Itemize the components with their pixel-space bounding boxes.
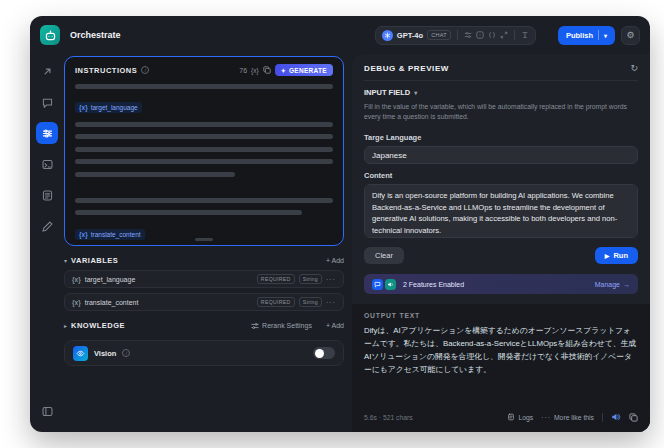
publish-label: Publish [566,31,593,40]
required-badge: REQUIRED [257,274,295,284]
rerank-settings-button[interactable]: Rerank Settings [251,322,312,330]
type-badge: String [299,274,322,284]
top-bar: Orchestrate GPT-4o CHAT Publish ▾ ⚙ [30,16,650,54]
feature-speech-icon [385,279,396,290]
type-badge: String [299,297,322,307]
knowledge-section: ▸ KNOWLEDGE Rerank Settings + Add [64,321,344,330]
nav-orchestrate-icon[interactable] [36,122,58,144]
manage-features-button[interactable]: Manage → [595,281,630,288]
target-language-input[interactable] [364,146,638,164]
model-provider-icon [382,30,393,41]
prompt-skeleton-line [75,172,235,177]
play-icon: ▶ [605,252,610,259]
nav-api-icon[interactable] [36,153,58,175]
model-name: GPT-4o [397,31,423,40]
info-icon: i [122,349,130,357]
output-title: OUTPUT TEXT [364,312,638,319]
chevron-down-icon[interactable]: ▾ [64,257,67,264]
input-field-description: Fill in the value of the variable, which… [364,102,638,122]
dots-icon: ··· [541,414,551,421]
field-label-target-language: Targe Language [364,133,638,142]
vision-row: Vision i [64,340,344,366]
debug-preview-panel: DEBUG & PREVIEW ↻ INPUT FIELD ▾ Fill in … [352,54,650,432]
variable-icon: {x} [79,104,88,111]
settings-button[interactable]: ⚙ [621,26,640,45]
copy-icon[interactable] [263,66,271,74]
variables-title: VARIABLES [71,256,118,265]
run-button[interactable]: ▶ Run [595,247,638,264]
prompt-skeleton-line [75,210,302,215]
knowledge-title: KNOWLEDGE [71,321,125,330]
prompt-skeleton-line [75,134,333,139]
field-label-content: Content [364,171,638,180]
variable-icon: {x} [72,276,81,283]
dice-icon[interactable] [476,31,484,39]
nav-overview-icon[interactable] [36,60,58,82]
nav-chat-icon[interactable] [36,91,58,113]
brackets-icon[interactable] [488,31,496,39]
row-menu-icon[interactable]: ··· [326,299,336,306]
row-menu-icon[interactable]: ··· [326,276,336,283]
refresh-icon[interactable]: ↻ [630,63,638,73]
add-variable-button[interactable]: + Add [326,257,344,264]
copy-output-icon[interactable] [629,413,638,422]
arrow-right-icon: → [623,281,630,288]
add-knowledge-button[interactable]: + Add [326,322,344,329]
sparkle-icon: ✦ [281,67,286,74]
prompt-skeleton-line [75,84,333,89]
output-text: Difyは、AIアプリケーションを構築するためのオープンソースプラットフォームで… [364,325,638,376]
vision-toggle[interactable] [313,347,335,359]
speaker-icon[interactable] [611,412,621,422]
prompt-skeleton-line [75,159,333,164]
balance-icon[interactable] [521,31,529,39]
generate-button[interactable]: ✦ GENERATE [275,64,333,76]
resize-handle[interactable] [195,238,213,241]
feature-opener-icon [372,279,383,290]
chevron-right-icon[interactable]: ▸ [64,322,67,329]
variable-chip-target-language[interactable]: {x} target_language [75,102,142,113]
left-nav-rail [30,54,64,432]
sliders-icon[interactable] [464,31,472,39]
instructions-editor[interactable]: INSTRUCTIONS i 76 {x} ✦ GENERATE {x} tar [64,56,344,246]
gear-icon: ⚙ [626,30,634,40]
token-count: 76 [239,67,247,74]
variable-icon: {x} [72,299,81,306]
required-badge: REQUIRED [257,297,295,307]
prompt-skeleton-line [75,122,333,127]
more-like-this-button[interactable]: ··· More like this [541,414,594,421]
vision-label: Vision [94,349,116,358]
vision-icon [73,346,88,361]
variable-chip-translate-content[interactable]: {x} translate_content [75,229,145,240]
page-title: Orchestrate [70,30,121,40]
nav-annotations-icon[interactable] [36,215,58,237]
app-window: Orchestrate GPT-4o CHAT Publish ▾ ⚙ [30,16,650,432]
variable-row-target-language[interactable]: {x} target_language REQUIRED String ··· [64,270,344,288]
clear-button[interactable]: Clear [364,247,404,264]
nav-logs-icon[interactable] [36,184,58,206]
prompt-skeleton-line [75,147,333,152]
info-icon: i [141,66,149,74]
variable-icon: {x} [79,231,88,238]
app-avatar-robot-icon[interactable] [40,25,60,45]
output-meta: 5.6s · 521 chars [364,414,413,421]
features-enabled-label: 2 Features Enabled [403,281,464,288]
prompt-skeleton-line [75,198,333,203]
output-section: OUTPUT TEXT Difyは、AIアプリケーションを構築するためのオープン… [352,304,650,432]
logs-button[interactable]: Logs [507,413,533,421]
sidebar-collapse-icon[interactable] [36,400,58,422]
insert-variable-icon[interactable]: {x} [251,67,259,74]
expand-icon[interactable] [500,31,508,39]
input-field-title: INPUT FIELD [364,88,410,97]
features-bar: 2 Features Enabled Manage → [364,274,638,294]
orchestrate-panel: INSTRUCTIONS i 76 {x} ✦ GENERATE {x} tar [64,54,352,432]
model-mode-badge: CHAT [427,30,451,40]
model-selector[interactable]: GPT-4o CHAT [375,26,536,45]
chevron-down-icon: ▾ [604,32,607,39]
content-textarea[interactable]: Dify is an open-source platform for buil… [364,184,638,238]
variables-section: ▾ VARIABLES + Add {x} target_language RE… [64,256,344,311]
chevron-down-icon[interactable]: ▾ [414,89,417,96]
variable-row-translate-content[interactable]: {x} translate_content REQUIRED String ··… [64,293,344,311]
publish-button[interactable]: Publish ▾ [558,26,615,45]
instructions-title: INSTRUCTIONS [75,66,137,75]
debug-preview-title: DEBUG & PREVIEW [364,64,449,73]
